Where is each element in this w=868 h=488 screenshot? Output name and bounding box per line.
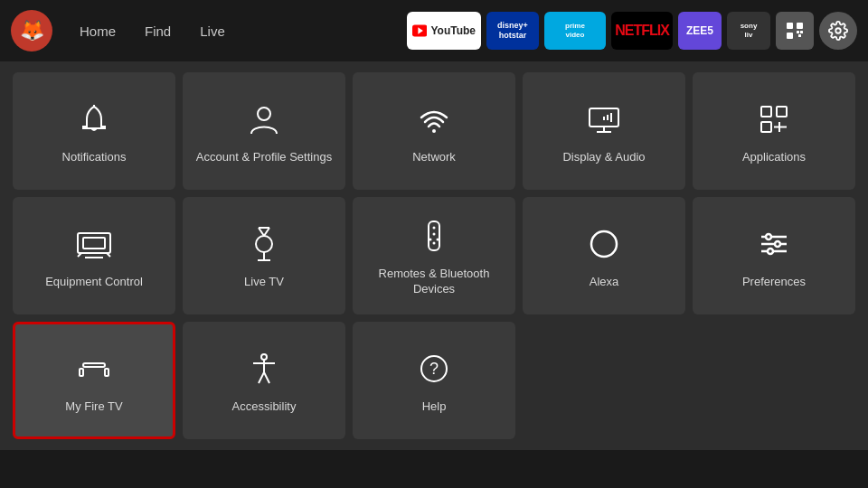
svg-rect-18 <box>761 107 771 117</box>
tile-remotes-bluetooth[interactable]: Remotes & Bluetooth Devices <box>353 197 515 314</box>
svg-point-38 <box>429 239 432 241</box>
notifications-label: Notifications <box>62 150 127 165</box>
youtube-label: YouTube <box>430 24 476 37</box>
remote-icon <box>414 216 454 256</box>
sony-label: sonyliv <box>741 22 758 39</box>
svg-rect-50 <box>105 369 108 376</box>
preferences-label: Preferences <box>742 275 806 290</box>
svg-text:?: ? <box>429 360 439 378</box>
tile-network[interactable]: Network <box>353 72 515 190</box>
grid-icon <box>786 22 804 40</box>
settings-grid: Notifications Account & Profile Settings… <box>0 61 868 450</box>
equipment-control-label: Equipment Control <box>45 275 143 290</box>
app-grid[interactable] <box>776 12 814 50</box>
display-icon <box>584 99 624 139</box>
svg-point-40 <box>433 242 436 245</box>
accessibility-label: Accessibility <box>232 399 297 415</box>
my-fire-tv-label: My Fire TV <box>65 399 122 415</box>
tile-help[interactable]: ? Help <box>353 322 515 439</box>
app-prime[interactable]: primevideo <box>544 12 606 50</box>
empty-cell-1 <box>523 322 685 439</box>
tile-preferences[interactable]: Preferences <box>693 197 855 314</box>
account-profile-label: Account & Profile Settings <box>196 150 332 165</box>
tile-notifications[interactable]: Notifications <box>13 72 175 190</box>
svg-rect-27 <box>83 238 105 249</box>
svg-point-51 <box>261 354 267 360</box>
bell-icon <box>74 99 114 139</box>
prime-label: primevideo <box>565 22 585 39</box>
svg-rect-7 <box>798 34 801 37</box>
top-nav: 🦊 Home Find Live YouTube disney+hotstar … <box>0 0 868 61</box>
svg-rect-2 <box>787 23 793 29</box>
app-zee5[interactable]: ZEE5 <box>678 12 722 50</box>
disney-label: disney+hotstar <box>497 21 528 41</box>
app-netflix[interactable]: NETFLIX <box>611 12 673 50</box>
svg-rect-19 <box>777 107 787 117</box>
empty-cell-2 <box>693 322 855 439</box>
tv-icon <box>74 224 114 264</box>
help-icon: ? <box>414 349 454 389</box>
svg-point-10 <box>258 108 270 120</box>
tile-my-fire-tv[interactable]: My Fire TV <box>13 322 175 439</box>
svg-point-28 <box>256 236 272 252</box>
svg-line-54 <box>259 372 264 383</box>
svg-rect-6 <box>800 31 803 33</box>
youtube-logo-icon <box>412 24 427 37</box>
gear-icon <box>828 21 848 41</box>
nav-find[interactable]: Find <box>132 18 184 44</box>
app-disney[interactable]: disney+hotstar <box>486 12 539 50</box>
applications-label: Applications <box>742 150 806 165</box>
antenna-icon <box>244 224 284 264</box>
svg-point-11 <box>432 129 436 133</box>
remotes-bluetooth-label: Remotes & Bluetooth Devices <box>362 267 506 297</box>
tile-applications[interactable]: Applications <box>693 72 855 190</box>
app-settings[interactable] <box>819 12 857 50</box>
firetv-icon <box>74 349 114 389</box>
alexa-icon <box>584 224 624 264</box>
logo[interactable]: 🦊 <box>11 10 52 52</box>
netflix-label: NETFLIX <box>615 23 669 39</box>
svg-rect-49 <box>80 369 83 376</box>
network-label: Network <box>412 150 456 165</box>
tile-alexa[interactable]: Alexa <box>523 197 685 314</box>
svg-point-37 <box>433 233 436 236</box>
svg-line-29 <box>259 228 264 236</box>
svg-rect-48 <box>83 363 105 367</box>
svg-point-36 <box>433 227 436 230</box>
nav-home[interactable]: Home <box>67 18 128 44</box>
tile-equipment-control[interactable]: Equipment Control <box>13 197 175 314</box>
live-tv-label: Live TV <box>244 275 284 290</box>
svg-rect-4 <box>787 33 793 39</box>
svg-point-47 <box>768 249 773 254</box>
tile-live-tv[interactable]: Live TV <box>183 197 345 314</box>
tile-account-profile[interactable]: Account & Profile Settings <box>183 72 345 190</box>
alexa-label: Alexa <box>590 275 619 290</box>
svg-rect-20 <box>761 122 771 132</box>
svg-line-30 <box>264 228 269 236</box>
tile-display-audio[interactable]: Display & Audio <box>523 72 685 190</box>
app-icons-bar: YouTube disney+hotstar primevideo NETFLI… <box>407 12 857 50</box>
help-label: Help <box>422 399 447 415</box>
svg-point-45 <box>766 234 771 239</box>
svg-rect-5 <box>797 31 799 33</box>
svg-point-46 <box>775 241 780 247</box>
svg-point-8 <box>835 28 841 33</box>
svg-line-55 <box>264 372 269 383</box>
svg-rect-34 <box>429 221 439 250</box>
svg-point-41 <box>591 231 617 257</box>
nav-links: Home Find Live <box>67 18 238 44</box>
zee5-label: ZEE5 <box>686 24 713 37</box>
svg-point-39 <box>437 239 439 241</box>
person-icon <box>244 99 284 139</box>
nav-live[interactable]: Live <box>187 18 238 44</box>
apps-icon <box>754 99 794 139</box>
app-youtube[interactable]: YouTube <box>407 12 481 50</box>
accessibility-icon <box>244 349 284 389</box>
tile-accessibility[interactable]: Accessibility <box>183 322 345 439</box>
app-sony[interactable]: sonyliv <box>727 12 770 50</box>
wifi-icon <box>414 99 454 139</box>
display-audio-label: Display & Audio <box>562 150 645 165</box>
sliders-icon <box>754 224 794 264</box>
svg-rect-3 <box>797 23 803 29</box>
